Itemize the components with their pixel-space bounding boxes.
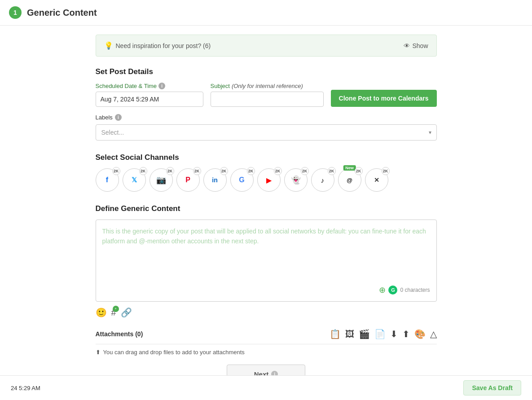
snapchat-icon: 👻 [291,175,301,185]
attachments-title: Attachments (0) [96,330,143,338]
youtube-badge: 2K [274,167,282,175]
post-details-section: Set Post Details Scheduled Date & Time i… [96,67,437,141]
facebook-badge: 2K [112,167,120,175]
labels-info-icon[interactable]: i [115,114,122,121]
x-icon: ✕ [374,176,379,184]
show-inspiration-button[interactable]: 👁 Show [404,42,428,49]
attachment-drive-icon[interactable]: △ [430,329,437,339]
linkedin-icon: in [212,176,217,184]
channel-tiktok[interactable]: ♪ 2K [311,168,334,192]
hashtag-badge: + [113,306,119,312]
link-icon[interactable]: 🔗 [121,307,132,318]
char-count: 0 characters [400,287,430,293]
grammarly-icon: G [388,286,397,295]
attachment-color-icon[interactable]: 🎨 [414,329,426,339]
channel-snapchat[interactable]: 👻 2K [284,168,308,192]
x-badge: 2K [382,167,390,175]
snapchat-badge: 2K [301,167,309,175]
subject-input[interactable] [211,92,324,107]
eye-icon: 👁 [404,42,410,49]
ai-suggestions-icon[interactable]: ⊕ [379,285,386,295]
step-badge: 1 [9,6,22,19]
channel-linkedin[interactable]: in 2K [203,168,227,192]
attachment-file-icon[interactable]: 📋 [330,329,341,339]
scheduled-date-group: Scheduled Date & Time i [96,83,203,107]
clone-post-button[interactable]: Clone Post to more Calendars [331,90,437,107]
attachment-export-icon[interactable]: ⬆ [402,329,410,339]
channel-instagram[interactable]: 📷 2K [149,168,173,192]
attachment-icons: 📋 🖼 🎬 📄 ⬇ ⬆ 🎨 △ [330,329,437,339]
labels-section: Labels i Select... ▾ [96,114,437,141]
drag-hint-text: You can drag and drop files to add to yo… [103,349,245,356]
main-content: 💡 Need inspiration for your post? (6) 👁 … [87,26,446,400]
post-details-title: Set Post Details [96,67,437,76]
instagram-badge: 2K [166,167,174,175]
social-channels-section: Select Social Channels f 2K 𝕏 2K 📷 2K P … [96,153,437,192]
youtube-icon: ▶ [266,176,272,185]
labels-label: Labels i [96,114,437,121]
linkedin-badge: 2K [220,167,228,175]
hashtag-icon[interactable]: # + [111,308,116,318]
define-content-title: Define Generic Content [96,204,437,213]
upload-icon: ⬆ [96,349,101,356]
bottom-date: 24 5:29 AM [11,385,40,391]
content-textarea-wrapper: This is the generic copy of your post th… [96,220,437,302]
define-content-section: Define Generic Content This is the gener… [96,204,437,320]
emoji-icon[interactable]: 🙂 [96,307,107,318]
channel-threads[interactable]: New @ 2K [338,168,361,192]
google-badge: 2K [247,167,255,175]
attachments-count: (0) [135,330,143,338]
show-label: Show [412,42,428,49]
page-header: 1 Generic Content [0,0,532,26]
threads-icon: @ [347,177,352,184]
inspiration-bar: 💡 Need inspiration for your post? (6) 👁 … [96,35,437,57]
tiktok-badge: 2K [328,167,336,175]
new-badge-label: New [343,165,356,171]
pinterest-badge: 2K [193,167,201,175]
bottom-bar: 24 5:29 AM Save As Draft [0,375,532,400]
labels-select-wrapper: Select... ▾ [96,124,437,141]
subject-group: Subject (Only for internal reference) [211,83,324,107]
lightbulb-icon: 💡 [104,41,113,50]
channel-pinterest[interactable]: P 2K [176,168,200,192]
inspiration-text: Need inspiration for your post? (6) [116,42,211,49]
attachment-download-icon[interactable]: ⬇ [390,329,398,339]
fields-row: Scheduled Date & Time i Subject (Only fo… [96,83,437,107]
save-draft-button[interactable]: Save As Draft [463,380,521,396]
channel-facebook[interactable]: f 2K [96,168,119,192]
attachment-image-icon[interactable]: 🖼 [345,329,354,339]
labels-select[interactable]: Select... [96,124,437,141]
twitter-badge: 2K [139,167,147,175]
attachment-doc-icon[interactable]: 📄 [374,329,386,339]
attachments-section: Attachments (0) 📋 🖼 🎬 📄 ⬇ ⬆ 🎨 △ ⬆ You ca… [96,329,437,356]
channel-x[interactable]: ✕ 2K [365,168,388,192]
threads-badge: 2K [355,167,363,175]
scheduled-date-info-icon[interactable]: i [158,83,165,89]
subject-label: Subject (Only for internal reference) [211,83,324,89]
social-channels-title: Select Social Channels [96,153,437,162]
char-count-row: ⊕ G 0 characters [102,285,430,295]
google-icon: G [239,176,244,184]
instagram-icon: 📷 [156,175,166,185]
scheduled-date-label: Scheduled Date & Time i [96,83,203,89]
pinterest-icon: P [185,176,190,184]
tiktok-icon: ♪ [321,176,325,184]
drag-drop-hint: ⬆ You can drag and drop files to add to … [96,344,437,356]
attachments-header: Attachments (0) 📋 🖼 🎬 📄 ⬇ ⬆ 🎨 △ [96,329,437,339]
twitter-icon: 𝕏 [132,176,137,184]
step-number: 1 [13,9,17,16]
content-textarea[interactable] [102,226,430,280]
attachment-video-icon[interactable]: 🎬 [359,329,370,339]
page-title: Generic Content [27,8,97,18]
content-toolbar: 🙂 # + 🔗 [96,305,437,320]
channel-google[interactable]: G 2K [230,168,254,192]
channels-row: f 2K 𝕏 2K 📷 2K P 2K in 2K [96,168,437,192]
facebook-icon: f [106,176,108,184]
scheduled-date-input[interactable] [96,92,203,107]
channel-twitter[interactable]: 𝕏 2K [123,168,146,192]
channel-youtube[interactable]: ▶ 2K [257,168,281,192]
